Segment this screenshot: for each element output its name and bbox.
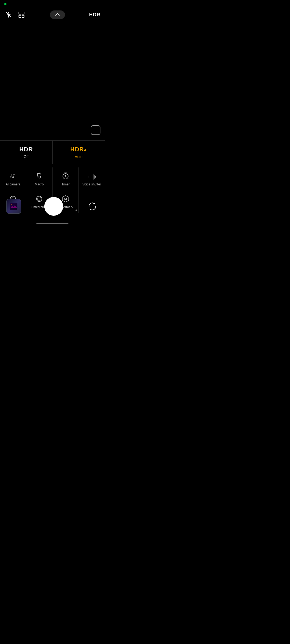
macro-icon	[35, 172, 44, 180]
gallery-thumbnail[interactable]	[6, 199, 21, 214]
scan-button[interactable]	[17, 10, 26, 19]
top-left-icons	[4, 10, 26, 19]
svg-rect-4	[22, 15, 24, 17]
macro-label: Macro	[35, 182, 44, 186]
collapse-button[interactable]	[50, 10, 65, 19]
ai-camera-icon: AI	[9, 172, 17, 180]
home-indicator	[36, 223, 68, 224]
hdr-off-title: HDR	[19, 146, 33, 153]
bottom-controls	[0, 197, 105, 216]
timer-icon	[61, 172, 70, 180]
voice-shutter-icon	[88, 172, 96, 180]
status-dot	[4, 3, 6, 5]
timer-label: Timer	[61, 182, 70, 186]
rotate-camera-button[interactable]	[86, 200, 98, 212]
gallery-thumb-inner	[7, 199, 21, 213]
status-bar	[0, 0, 105, 8]
svg-text:AI: AI	[10, 174, 15, 179]
hdr-auto-title: HDRA	[70, 146, 87, 153]
voice-shutter-label: Voice shutter	[82, 182, 101, 186]
svg-point-6	[37, 173, 41, 177]
svg-rect-2	[19, 15, 21, 17]
features-row-1: AI AI camera Macro	[0, 167, 105, 190]
ai-camera-label: AI camera	[6, 182, 20, 186]
svg-point-28	[11, 204, 12, 205]
ai-camera-button[interactable]: AI AI camera	[0, 167, 26, 190]
hdr-off-option[interactable]: HDR Off	[0, 141, 53, 164]
flash-off-button[interactable]	[4, 10, 13, 19]
svg-line-9	[37, 173, 38, 174]
timer-button[interactable]: Timer	[53, 167, 79, 190]
hdr-auto-subtitle: Auto	[75, 155, 82, 159]
svg-rect-3	[22, 12, 24, 14]
focus-ring	[91, 125, 100, 135]
voice-shutter-button[interactable]: Voice shutter	[79, 167, 105, 190]
macro-button[interactable]: Macro	[26, 167, 53, 190]
shutter-button[interactable]	[44, 197, 63, 216]
hdr-off-subtitle: Off	[24, 155, 28, 159]
hdr-auto-option[interactable]: HDRA Auto	[53, 141, 105, 164]
svg-line-8	[41, 173, 41, 174]
svg-rect-1	[19, 12, 21, 14]
top-controls: HDR	[0, 8, 105, 21]
hdr-top-label[interactable]: HDR	[89, 12, 100, 18]
hdr-options-row: HDR Off HDRA Auto	[0, 141, 105, 164]
